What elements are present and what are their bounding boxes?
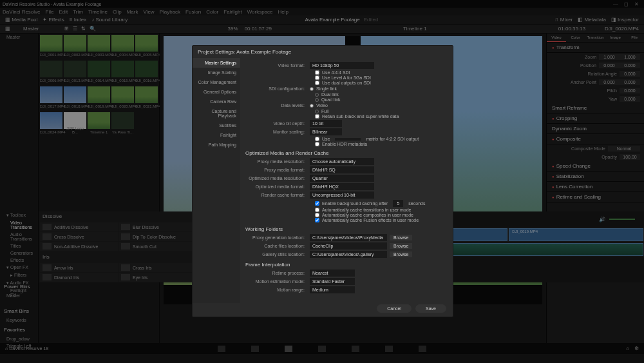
retime-label: Retime process: (245, 271, 310, 275)
retime-select[interactable]: Nearest (310, 270, 355, 277)
hdr-meta-check[interactable] (315, 142, 319, 146)
modal-nav-item[interactable]: Subtitles (193, 121, 240, 130)
motion-range-select[interactable]: Medium (310, 286, 355, 293)
save-button[interactable]: Save (415, 304, 446, 313)
modal-nav-item[interactable]: Fairlight (193, 130, 240, 140)
video-format-select[interactable]: HD 1080p 50 (310, 62, 374, 69)
gallery-loc-label: Gallery stills location: (245, 252, 310, 257)
modal-nav-item[interactable]: Master Settings (193, 58, 240, 68)
modal-nav-item[interactable]: Color Management (193, 77, 240, 87)
cache-loc-label: Cache files location: (245, 244, 310, 248)
motion-range-label: Motion range: (245, 288, 310, 292)
bit-depth-label: Video bit depth: (245, 121, 310, 126)
browse-button[interactable]: Browse (390, 251, 412, 257)
monitor-scaling-select[interactable]: Bilinear (310, 128, 342, 135)
modal-nav-item[interactable]: Image Scaling (193, 68, 240, 77)
retain-subblack-check[interactable] (315, 114, 319, 119)
bg-cache-check[interactable] (315, 201, 319, 206)
browse-button[interactable]: Browse (390, 235, 412, 240)
motion-est-select[interactable]: Standard Faster (310, 278, 355, 285)
modal-nav-item[interactable]: General Options (193, 87, 240, 97)
single-link-radio[interactable] (310, 87, 314, 91)
proxy-fmt-select[interactable]: DNxHR SQ (310, 166, 374, 173)
modal-nav-item[interactable]: Path Mapping (193, 140, 240, 150)
gallery-loc-input[interactable]: C:\Users\james\Videos\.gallery (310, 251, 387, 258)
video-levels-radio[interactable] (310, 104, 314, 108)
full-levels-radio[interactable] (315, 110, 319, 113)
opt-res-label: Optimized media resolution: (245, 176, 310, 181)
opt-media-section: Optimized Media and Render Cache (245, 150, 448, 156)
auto-fusion-check[interactable] (315, 218, 319, 222)
proxy-fmt-label: Proxy media format: (245, 168, 310, 172)
auto-trans-check[interactable] (315, 208, 319, 212)
opt-fmt-label: Optimized media format: (245, 184, 310, 189)
modal-title: Project Settings: Avata Example Footage (193, 46, 453, 58)
monitor-scaling-label: Monitor scaling: (245, 130, 310, 134)
browse-button[interactable]: Browse (390, 243, 412, 249)
proxy-res-select[interactable]: Choose automatically (310, 158, 374, 165)
dual-link-radio[interactable] (315, 93, 319, 97)
bit-depth-select[interactable]: 10 bit (310, 120, 342, 127)
modal-nav-item[interactable]: Capture and Playback (193, 106, 240, 121)
opt-res-select[interactable]: Quarter (310, 175, 374, 182)
bg-cache-seconds[interactable]: 5 (393, 200, 403, 207)
motion-est-label: Motion estimation mode: (245, 279, 310, 284)
level-a-check[interactable] (315, 75, 319, 80)
matrix-select[interactable] (335, 138, 361, 141)
modal-nav-item[interactable]: Camera Raw (193, 97, 240, 106)
cache-fmt-select[interactable]: Uncompressed 10-bit (310, 191, 374, 199)
cache-fmt-label: Render cache format: (245, 193, 310, 197)
working-folders-section: Working Folders (245, 226, 448, 232)
opt-fmt-select[interactable]: DNxHR HQX (310, 183, 374, 190)
proxy-loc-label: Proxy generation location: (245, 235, 310, 240)
video-format-label: Video format: (245, 63, 310, 68)
project-settings-modal: Project Settings: Avata Example Footage … (192, 45, 453, 317)
data-levels-label: Data levels: (245, 103, 310, 108)
matrix-check[interactable] (315, 137, 319, 141)
cancel-button[interactable]: Cancel (377, 304, 412, 313)
quad-link-radio[interactable] (315, 98, 319, 102)
proxy-res-label: Proxy media resolution: (245, 159, 310, 164)
auto-comp-check[interactable] (315, 213, 319, 217)
cache-loc-input[interactable]: CacheClip (310, 242, 387, 250)
sdi-config-label: SDI configuration: (245, 86, 310, 91)
frame-interp-section: Frame Interpolation (245, 262, 448, 268)
proxy-loc-input[interactable]: C:\Users\james\Videos\ProxyMedia (310, 234, 387, 241)
use-444-check[interactable] (315, 70, 319, 75)
dual-out-check[interactable] (315, 81, 319, 85)
